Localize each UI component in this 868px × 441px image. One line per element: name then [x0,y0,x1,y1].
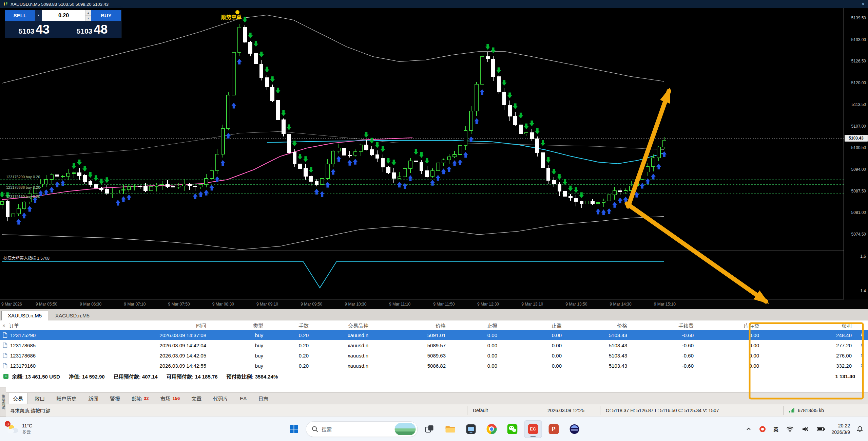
column-header[interactable]: 止盈 [502,322,566,329]
chrome-icon [486,424,497,434]
time-axis-label: 9 Mar 06:30 [80,302,101,307]
wechat-button[interactable] [503,420,521,438]
column-header[interactable]: 交易品种 [313,322,373,329]
connection-status[interactable]: 67813/35 kb [783,406,868,415]
start-button[interactable] [285,420,303,438]
toolbox-tab-EA[interactable]: EA [235,393,251,403]
buy-price: 5103 48 [63,23,121,36]
indicator-axis-label: 1.4 [860,289,866,293]
close-order-icon[interactable]: × [856,363,868,369]
order-doc-icon [3,343,7,348]
close-order-icon[interactable]: × [856,332,868,338]
order-row[interactable]: 1231786862026.03.09 14:42:05buy0.20xauus… [0,350,868,361]
chart-splitter[interactable] [0,251,868,251]
tray-red-app-icon [759,426,766,433]
chart-window-icon [3,2,8,6]
wifi-button[interactable] [785,424,795,434]
svg-text:顺势空单: 顺势空单 [221,14,242,20]
mt-terminal-window: XAUUSD.n,M5 5098.83 5103.50 5098.20 5103… [0,0,868,441]
column-header[interactable]: 类型 [211,322,268,329]
toolbox-tab-日志[interactable]: 日志 [253,393,273,404]
ime-language-button[interactable]: 英 [772,424,780,434]
column-header[interactable]: 止损 [450,322,502,329]
tab-badge: 32 [144,396,149,401]
price-axis-label: 5139.50 [851,16,866,20]
notifications-button[interactable] [855,424,865,434]
search-placeholder: 搜索 [322,425,391,433]
ec-icon: EC [528,424,538,434]
price-axis-label: 5126.50 [851,59,866,63]
volume-field[interactable]: 0.20 ▲ ▼ [42,10,91,21]
one-click-trading-panel: SELL ▼ 0.20 ▲ ▼ BUY 5103 43 5103 [5,10,121,38]
time-axis-label: 9 Mar 08:30 [212,302,234,307]
windows-logo-icon [290,425,298,433]
price-chart[interactable]: 123175290 buy 0.20123178686 buy 0.201231… [0,8,844,251]
search-highlight-image[interactable] [394,423,416,435]
task-view-icon [425,424,434,434]
volume-button[interactable] [800,425,810,434]
time-axis-label: 9 Mar 12:30 [477,302,499,307]
volume-down-icon[interactable]: ▼ [85,15,91,21]
tray-expand-button[interactable] [745,425,753,433]
toolbox-tab-文章[interactable]: 文章 [187,393,206,404]
eclipse-button[interactable] [565,420,583,438]
toolbox-tab-代码库[interactable]: 代码库 [208,393,233,404]
sell-button[interactable]: SELL [5,10,35,21]
taskbar-search[interactable]: 搜索 [306,421,418,437]
toolbox-tab-敞口[interactable]: 敞口 [30,393,50,404]
ec-app-button[interactable]: EC [524,420,542,438]
trade-panel-table: × 订单时间类型手数交易品种价格止损止盈价格手续费库存费获利 123175290… [0,320,868,392]
tray-app-button[interactable] [758,424,767,434]
column-header[interactable]: 手数 [268,322,313,329]
column-header[interactable]: 价格 [566,322,632,329]
toolbox-tab-账户历史[interactable]: 账户历史 [52,393,81,404]
taskbar-clock[interactable]: 20:22 2026/3/9 [832,423,850,436]
column-header[interactable]: 订单 [0,322,102,329]
column-header[interactable]: 时间 [102,322,211,329]
column-header[interactable]: 手续费 [632,322,698,329]
chevron-up-icon [746,426,751,432]
volume-up-icon[interactable]: ▲ [85,10,91,15]
toolbox-tab-邮箱[interactable]: 邮箱32 [127,393,153,404]
toolbox-tab-新闻[interactable]: 新闻 [83,393,103,404]
powerpoint-button[interactable]: P [545,420,562,438]
window-title: XAUUSD.n,M5 5098.83 5103.50 5098.20 5103… [11,2,109,7]
order-row[interactable]: 1231786852026.03.09 14:42:04buy0.20xauus… [0,340,868,350]
summary-segment: 净值: 14 592.90 [69,373,105,380]
chart-tab-XAGUSD.n,M5[interactable]: XAGUSD.n,M5 [49,311,96,320]
dock-tab-strategy-tester[interactable]: 策略测试 [0,387,6,417]
buy-button[interactable]: BUY [91,10,121,21]
price-axis-label: 5094.00 [851,167,866,172]
indicator-chart[interactable] [0,253,844,299]
close-order-icon[interactable]: × [856,352,868,359]
order-doc-icon [3,332,7,338]
chart-close-icon[interactable]: × [862,2,865,6]
file-explorer-button[interactable] [441,420,459,438]
close-order-icon[interactable]: × [856,342,868,348]
column-header[interactable]: 价格 [373,322,450,329]
volume-value[interactable]: 0.20 [42,10,85,21]
toolbox-tab-交易[interactable]: 交易 [8,393,28,404]
summary-segment: 可用预付款: 14 185.76 [167,373,218,380]
order-row[interactable]: 1231752902026.03.09 14:37:08buy0.20xauus… [0,330,868,340]
task-view-button[interactable] [421,420,438,438]
column-header[interactable]: 库存费 [698,322,764,329]
weather-temp: 11°C [22,423,32,428]
time-axis-label: 9 Mar 07:10 [124,302,146,307]
order-row[interactable]: 1231791602026.03.09 14:42:55buy0.20xauus… [0,361,868,371]
toolbox-tab-警报[interactable]: 警报 [105,393,125,404]
taskbar-weather-widget[interactable]: 3 11°C 多云 [3,417,36,441]
indicator-name-label: 抄底大胆买入指标 1.5708 [3,255,50,261]
chart-tab-XAUUSD.n,M5[interactable]: XAUUSD.n,M5 [1,311,48,320]
summary-segment: 已用预付款: 407.14 [114,373,158,380]
app-window-button[interactable] [462,420,480,438]
volume-dropdown-icon[interactable]: ▼ [35,10,42,21]
time-axis-label: 9 Mar 10:30 [345,302,366,307]
battery-button[interactable] [815,425,827,433]
column-header[interactable]: 获利 [764,322,856,329]
price-axis-label: 5100.50 [851,145,866,150]
toolbox-close-icon[interactable]: × [2,323,5,328]
toolbox-tab-市场[interactable]: 市场156 [156,393,185,404]
profile-selector[interactable]: Default [467,406,542,415]
chrome-button[interactable] [483,420,500,438]
